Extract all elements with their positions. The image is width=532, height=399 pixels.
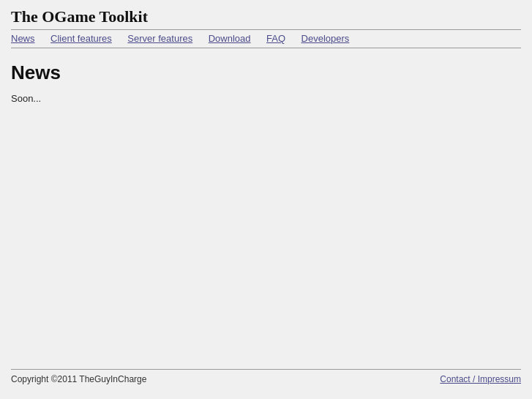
nav-item-faq[interactable]: FAQ — [266, 33, 285, 44]
footer-contact-link[interactable]: Contact / Impressum — [440, 374, 521, 384]
nav-item-news[interactable]: News — [11, 33, 35, 44]
page-heading: News — [11, 61, 521, 84]
nav-item-client-features[interactable]: Client features — [50, 33, 112, 44]
site-title: The OGame Toolkit — [11, 7, 521, 26]
content-body: Soon... — [11, 93, 521, 104]
nav-item-server-features[interactable]: Server features — [127, 33, 192, 44]
footer: Copyright ©2011 TheGuyInCharge Contact /… — [11, 369, 521, 384]
nav-item-download[interactable]: Download — [209, 33, 251, 44]
page-wrapper: The OGame Toolkit News Client features S… — [0, 0, 532, 399]
footer-copyright: Copyright ©2011 TheGuyInCharge — [11, 374, 146, 384]
main-nav: News Client features Server features Dow… — [11, 29, 521, 48]
nav-item-developers[interactable]: Developers — [301, 33, 350, 44]
